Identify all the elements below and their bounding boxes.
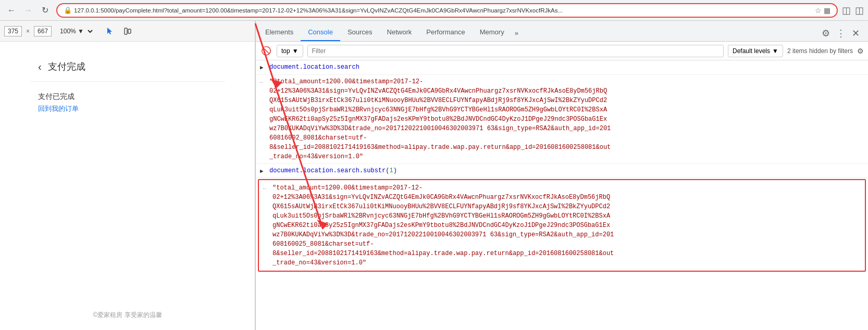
order-link[interactable]: 回到我的订单 (38, 105, 79, 112)
console-entry-4-highlighted: ← "total_amount=1200.00&timestamp=2017-1… (258, 179, 866, 272)
back-arrow-icon[interactable]: ‹ (38, 61, 42, 73)
devtools-options: ⚙ ⋮ ✕ (820, 26, 866, 41)
entry-3-content: document.location.search.substr(1) (269, 166, 864, 175)
tabs-more-button[interactable]: » (512, 25, 522, 41)
devtools-tabs-bar: Elements Console Sources Network Perform… (256, 21, 868, 42)
url-text: 127.0.0.1:5000/payComplete.html?total_am… (74, 7, 563, 14)
entry-2-arrow: ← (260, 78, 267, 87)
console-entry-2: ← "?total_amount=1200.00&timestamp=2017-… (256, 75, 868, 164)
tab-memory[interactable]: Memory (473, 24, 512, 41)
devtools-close-icon[interactable]: ✕ (850, 26, 862, 41)
entry-1-arrow[interactable]: ▶ (260, 64, 267, 72)
console-entry-1: ▶ document.location.search (256, 60, 868, 75)
extension-icon[interactable]: ◫ (842, 5, 851, 16)
devtools-settings-icon[interactable]: ⚙ (820, 26, 832, 41)
mobile-nav: ‹ 支付完成 (30, 52, 225, 82)
main-area: 375 × 667 100% ▼ 50% 75% ‹ (0, 21, 868, 330)
footer-text: ©爱家租房 享受家的温馨 (93, 311, 162, 320)
mobile-panel: 375 × 667 100% ▼ 50% 75% ‹ (0, 21, 255, 330)
success-text: 支付已完成 (38, 92, 217, 101)
width-box[interactable]: 375 (4, 26, 22, 36)
levels-button[interactable]: Default levels ▼ (728, 45, 783, 57)
svg-rect-0 (125, 28, 127, 34)
tab-performance[interactable]: Performance (419, 24, 472, 41)
success-section: 支付已完成 回到我的订单 (30, 82, 225, 119)
browser-bar: ← → ↻ 🔒 127.0.0.1:5000/payComplete.html?… (0, 0, 868, 21)
console-toolbar: 🚫 top ▼ Default levels ▼ 2 items hidden … (256, 42, 868, 60)
hidden-items-count: 2 items hidden by filters (787, 47, 853, 55)
devtools-menu-icon[interactable]: ⋮ (834, 26, 848, 41)
console-output: ▶ document.location.search ← "?total_amo… (256, 60, 868, 330)
tab-console[interactable]: Console (301, 24, 340, 41)
device-toolbar: 375 × 667 100% ▼ 50% 75% (0, 21, 255, 42)
devtools-panel: Elements Console Sources Network Perform… (256, 21, 868, 330)
qr-icon[interactable]: ▦ (824, 6, 830, 15)
context-label: top (281, 47, 290, 55)
device-toggle-icon[interactable] (120, 24, 135, 39)
forward-button[interactable]: → (21, 3, 35, 18)
filter-input[interactable] (307, 45, 724, 57)
address-bar[interactable]: 🔒 127.0.0.1:5000/payComplete.html?total_… (56, 3, 838, 18)
height-box[interactable]: 667 (34, 26, 52, 36)
mobile-page-content: ‹ 支付完成 支付已完成 回到我的订单 ©爱家租房 享受家的温馨 (0, 42, 255, 330)
device-toolbar-icons (103, 24, 135, 39)
address-icons: ☆ ▦ (815, 6, 830, 15)
back-button[interactable]: ← (4, 3, 19, 18)
tab-sources[interactable]: Sources (340, 24, 380, 41)
svg-rect-1 (128, 29, 131, 33)
nav-buttons: ← → ↻ (4, 3, 52, 18)
tab-elements[interactable]: Elements (258, 24, 301, 41)
entry-1-content: document.location.search (269, 62, 864, 72)
tab-network[interactable]: Network (380, 24, 419, 41)
entry-4-arrow: ← (263, 184, 270, 193)
page-title: 支付完成 (48, 60, 85, 73)
console-clear-button[interactable]: 🚫 (260, 45, 272, 57)
context-dropdown-icon: ▼ (292, 47, 299, 55)
ext-icon-2[interactable]: ◫ (855, 5, 864, 16)
cursor-icon[interactable] (103, 24, 117, 39)
levels-dropdown-icon: ▼ (772, 47, 778, 55)
console-entry-3: ▶ document.location.search.substr(1) (256, 164, 868, 179)
star-icon[interactable]: ☆ (815, 6, 822, 15)
console-settings-icon[interactable]: ⚙ (857, 47, 864, 55)
entry-3-arrow[interactable]: ▶ (260, 167, 267, 176)
refresh-button[interactable]: ↻ (38, 3, 52, 18)
entry-4-content: "total_amount=1200.00&timestamp=2017-12-… (272, 183, 861, 268)
lock-icon: 🔒 (64, 6, 72, 14)
levels-label: Default levels (733, 47, 770, 55)
context-selector[interactable]: top ▼ (277, 45, 303, 57)
times-symbol: × (26, 28, 30, 35)
mobile-page-inner: ‹ 支付完成 支付已完成 回到我的订单 (30, 52, 225, 119)
zoom-selector[interactable]: 100% ▼ 50% 75% (56, 26, 94, 36)
entry-2-content: "?total_amount=1200.00&timestamp=2017-12… (269, 77, 864, 161)
